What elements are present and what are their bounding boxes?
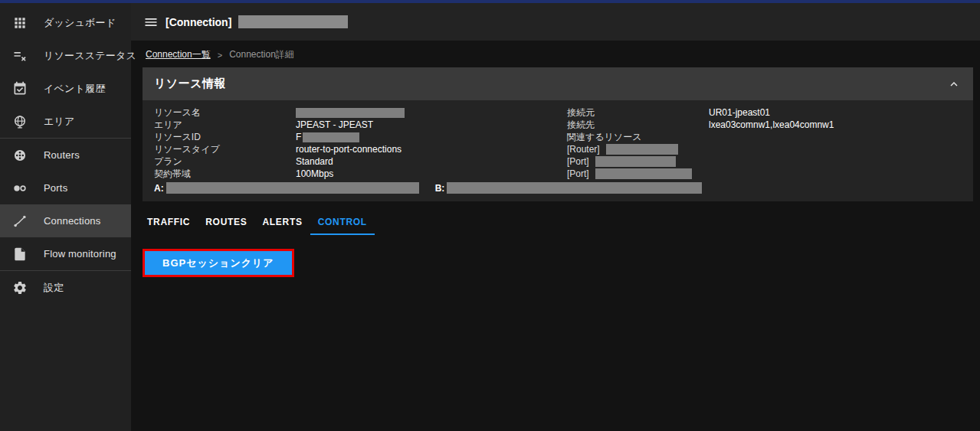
bgp-clear-button-highlight: BGPセッションクリア [143, 249, 294, 277]
redacted-value [595, 156, 676, 167]
redacted-value [303, 132, 359, 142]
ports-icon [12, 181, 28, 196]
content-area: Connection一覧 > Connection詳細 リソース情報 [131, 41, 980, 431]
tab-control[interactable]: CONTROL [310, 211, 375, 235]
field-row: 接続元 UR01-jpeast01 [567, 106, 962, 119]
field-value: UR01-jpeast01 [709, 107, 770, 118]
resource-fields-right: 接続元 UR01-jpeast01 接続先 lxea03comnw1,lxea0… [567, 106, 962, 180]
app-layout: ダッシュボード リソースステータス イベント履歴 エリア Route [0, 3, 980, 431]
sidebar: ダッシュボード リソースステータス イベント履歴 エリア Route [0, 3, 131, 431]
hamburger-menu-icon[interactable] [143, 15, 159, 30]
field-label: [Router] [567, 144, 600, 155]
redacted-value [166, 182, 419, 194]
field-row: [Router] [567, 143, 962, 155]
panel-title: リソース情報 [154, 77, 226, 91]
redacted-value [238, 15, 348, 28]
bgp-session-clear-button[interactable]: BGPセッションクリア [145, 251, 292, 275]
field-label: [Port] [567, 168, 589, 179]
breadcrumb-current: Connection詳細 [229, 48, 294, 61]
field-label: 関連するリソース [567, 131, 709, 144]
detail-tabs: TRAFFIC ROUTES ALERTS CONTROL [139, 211, 980, 235]
breadcrumb-separator: > [218, 51, 222, 60]
field-row: 契約帯域 100Mbps [154, 168, 567, 180]
resource-status-icon [12, 48, 28, 64]
field-row: プラン Standard [154, 155, 567, 168]
redacted-value [606, 144, 678, 155]
sidebar-item-routers[interactable]: Routers [0, 139, 131, 171]
field-label: [Port] [567, 156, 589, 167]
redacted-value [296, 108, 405, 118]
endpoint-b-label: B: [435, 183, 445, 194]
field-label: プラン [154, 155, 296, 168]
flow-monitoring-document-icon [12, 247, 28, 262]
sidebar-item-label: Ports [44, 182, 67, 194]
sidebar-item-connections[interactable]: Connections [0, 204, 131, 237]
area-globe-icon [12, 114, 28, 129]
field-label: リソースID [154, 131, 296, 144]
field-label: エリア [154, 119, 296, 132]
field-row: リソースID F [154, 131, 567, 143]
field-label: リソース名 [154, 106, 296, 119]
redacted-value [595, 168, 692, 179]
routers-icon [12, 148, 28, 163]
page-title: [Connection] [166, 16, 231, 28]
field-value: Standard [296, 156, 333, 167]
tab-traffic[interactable]: TRAFFIC [139, 211, 198, 235]
app-header: [Connection] [131, 3, 980, 41]
field-label: 接続先 [567, 119, 709, 132]
resource-fields-left: リソース名 エリア JPEAST - JPEAST リソースID F [154, 106, 567, 180]
endpoint-row: A: B: [154, 182, 962, 194]
field-label: 接続元 [567, 106, 709, 119]
field-label: リソースタイプ [154, 143, 296, 156]
sidebar-item-label: 設定 [44, 281, 64, 295]
settings-gear-icon [12, 280, 28, 295]
sidebar-item-label: Flow monitoring [44, 248, 116, 260]
resource-info-panel: リソース情報 リソース名 エリア [143, 67, 973, 201]
sidebar-item-label: エリア [44, 115, 75, 129]
event-history-calendar-icon [12, 81, 28, 96]
sidebar-item-label: Connections [44, 215, 100, 227]
field-value: F [296, 132, 301, 142]
sidebar-item-label: イベント履歴 [44, 82, 105, 96]
breadcrumb-link-connection-list[interactable]: Connection一覧 [146, 48, 211, 61]
sidebar-item-label: ダッシュボード [44, 16, 116, 30]
sidebar-item-event-history[interactable]: イベント履歴 [0, 72, 131, 105]
field-row: 関連するリソース [567, 131, 962, 143]
sidebar-item-area[interactable]: エリア [0, 105, 131, 138]
field-row: [Port] [567, 155, 962, 168]
sidebar-item-settings[interactable]: 設定 [0, 271, 131, 304]
field-value: router-to-port-connections [296, 144, 402, 155]
resource-info-panel-body: リソース名 エリア JPEAST - JPEAST リソースID F [143, 100, 973, 201]
field-row: リソースタイプ router-to-port-connections [154, 143, 567, 155]
sidebar-item-dashboard[interactable]: ダッシュボード [0, 6, 131, 39]
connections-cable-icon [12, 214, 28, 229]
field-value: JPEAST - JPEAST [296, 119, 373, 130]
breadcrumb: Connection一覧 > Connection詳細 [131, 41, 980, 65]
field-label: 契約帯域 [154, 168, 296, 181]
sidebar-item-resource-status[interactable]: リソースステータス [0, 39, 131, 72]
field-row: 接続先 lxea03comnw1,lxea04comnw1 [567, 119, 962, 131]
dashboard-grid-icon [12, 15, 28, 31]
field-row: [Port] [567, 168, 962, 180]
endpoint-a-label: A: [154, 183, 164, 194]
sidebar-item-ports[interactable]: Ports [0, 171, 131, 204]
chevron-up-icon[interactable] [947, 77, 961, 91]
field-value: 100Mbps [296, 168, 333, 179]
field-value: lxea03comnw1,lxea04comnw1 [709, 119, 834, 130]
redacted-value [447, 182, 702, 194]
tab-alerts[interactable]: ALERTS [254, 211, 310, 235]
resource-info-panel-header: リソース情報 [143, 67, 973, 100]
sidebar-item-label: リソースステータス [44, 49, 136, 63]
sidebar-item-label: Routers [44, 149, 80, 161]
field-row: エリア JPEAST - JPEAST [154, 119, 567, 131]
tab-routes[interactable]: ROUTES [198, 211, 254, 235]
field-row: リソース名 [154, 106, 567, 119]
main-area: [Connection] Connection一覧 > Connection詳細… [131, 3, 980, 431]
sidebar-item-flow-monitoring[interactable]: Flow monitoring [0, 237, 131, 270]
